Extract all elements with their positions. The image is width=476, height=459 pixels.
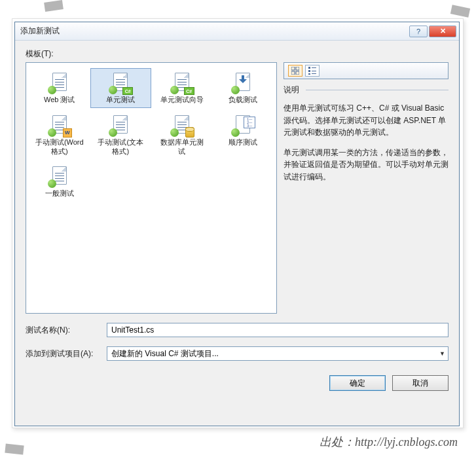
cancel-button[interactable]: 取消 (392, 375, 449, 391)
small-icons-icon (308, 67, 316, 75)
template-label: 手动测试(Word 格式) (35, 138, 84, 156)
attribution-text: 出处：http://lyj.cnblogs.com (320, 434, 458, 450)
template-label: Web 测试 (44, 96, 75, 105)
unit-test-wizard-icon: C# (171, 71, 193, 94)
right-pane: 说明 使用单元测试可练习 C++、C# 或 Visual Basic 源代码。选… (284, 62, 449, 314)
svg-rect-2 (291, 71, 295, 75)
close-button[interactable]: ✕ (429, 26, 456, 37)
view-toolbar (284, 62, 449, 79)
svg-rect-5 (312, 67, 316, 68)
template-unit-test-wizard[interactable]: C# 单元测试向导 (151, 68, 213, 108)
test-project-row: 添加到测试项目(A): 创建新的 Visual C# 测试项目... ▼ (26, 346, 449, 361)
middle-row: Web 测试 C# 单元测试 (26, 62, 449, 314)
svg-rect-9 (312, 73, 316, 74)
template-unit-test[interactable]: C# 单元测试 (90, 68, 152, 108)
test-name-row: 测试名称(N): (26, 323, 449, 337)
template-label: 数据库单元测试 (157, 138, 207, 156)
svg-rect-4 (308, 67, 310, 69)
help-button[interactable]: ? (409, 26, 428, 37)
template-manual-word[interactable]: W 手动测试(Word 格式) (29, 111, 90, 160)
svg-rect-0 (291, 67, 295, 70)
template-grid: Web 测试 C# 单元测试 (29, 68, 274, 202)
test-project-combo[interactable]: 创建新的 Visual C# 测试项目... ▼ (107, 346, 449, 361)
add-new-test-dialog: 添加新测试 ? ✕ 模板(T): Web 测试 (14, 22, 460, 426)
template-label: 负载测试 (229, 96, 257, 105)
large-icons-icon (291, 67, 299, 75)
description-title: 说明 (284, 84, 299, 96)
manual-word-icon: W (48, 114, 71, 136)
dialog-title: 添加新测试 (20, 26, 408, 37)
unit-test-icon: C# (109, 71, 132, 94)
svg-rect-6 (308, 70, 310, 72)
manual-text-icon (109, 114, 132, 136)
small-icons-view-button[interactable] (305, 65, 320, 77)
templates-label: 模板(T): (26, 48, 449, 60)
description-text: 使用单元测试可练习 C++、C# 或 Visual Basic 源代码。选择单元… (284, 102, 449, 183)
decor-clip (450, 5, 470, 18)
dialog-buttons: 确定 取消 (26, 375, 449, 391)
chevron-down-icon: ▼ (439, 350, 445, 357)
svg-rect-8 (308, 73, 310, 75)
combo-value: 创建新的 Visual C# 测试项目... (111, 348, 439, 359)
template-web-test[interactable]: Web 测试 (29, 68, 90, 108)
titlebar: 添加新测试 ? ✕ (15, 22, 459, 41)
ordered-test-icon: 1—2—3— (232, 114, 254, 136)
template-label: 手动测试(文本格式) (96, 138, 145, 156)
svg-rect-7 (312, 71, 316, 71)
description-para2: 单元测试调用某一类的方法，传递适当的参数，并验证返回值是否为期望值。可以手动对单… (284, 147, 449, 183)
ok-button[interactable]: 确定 (329, 375, 386, 391)
template-label: 单元测试向导 (160, 96, 204, 105)
template-label: 一般测试 (45, 189, 74, 198)
test-name-input[interactable] (107, 323, 449, 337)
separator (306, 90, 449, 90)
test-name-label: 测试名称(N): (26, 325, 107, 336)
test-project-label: 添加到测试项目(A): (26, 348, 107, 359)
help-icon: ? (416, 28, 420, 35)
template-load-test[interactable]: 负载测试 (213, 68, 274, 108)
dialog-content: 模板(T): Web 测试 C# (15, 41, 459, 426)
description-header: 说明 (284, 84, 449, 96)
db-unit-test-icon (171, 114, 193, 136)
template-label: 顺序测试 (229, 138, 257, 147)
template-ordered-test[interactable]: 1—2—3— 顺序测试 (213, 111, 274, 160)
template-manual-text[interactable]: 手动测试(文本格式) (90, 111, 152, 160)
description-para1: 使用单元测试可练习 C++、C# 或 Visual Basic 源代码。选择单元… (284, 102, 449, 139)
close-icon: ✕ (440, 27, 446, 35)
svg-rect-3 (296, 71, 299, 75)
web-test-icon (48, 71, 71, 94)
description-pane: 说明 使用单元测试可练习 C++、C# 或 Visual Basic 源代码。选… (284, 84, 449, 314)
svg-rect-1 (296, 67, 299, 70)
template-label: 单元测试 (106, 96, 135, 105)
template-list[interactable]: Web 测试 C# 单元测试 (26, 62, 277, 314)
generic-test-icon (48, 165, 71, 187)
load-test-icon (232, 71, 254, 94)
large-icons-view-button[interactable] (288, 65, 302, 77)
template-generic-test[interactable]: 一般测试 (29, 162, 90, 202)
template-db-unit-test[interactable]: 数据库单元测试 (151, 111, 213, 160)
decor-clip (44, 0, 64, 12)
decor-clip (5, 444, 24, 455)
